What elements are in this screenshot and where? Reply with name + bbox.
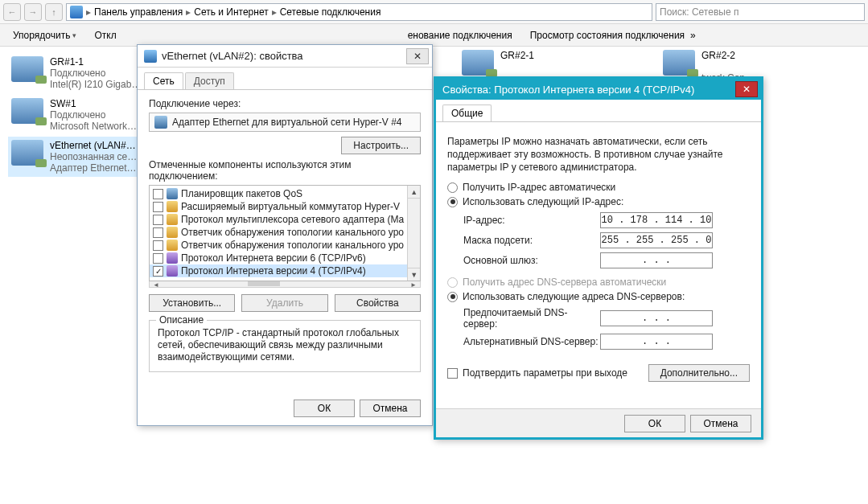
nav-fwd-button[interactable]: →	[24, 3, 42, 21]
component-icon	[167, 265, 178, 277]
components-label: Отмеченные компоненты используются этим …	[149, 159, 421, 182]
checkbox-icon[interactable]	[153, 227, 163, 238]
subnet-mask-label: Маска подсети:	[463, 235, 600, 246]
component-icon	[167, 240, 178, 251]
component-label: Планировщик пакетов QoS	[181, 188, 302, 199]
component-icon	[167, 252, 178, 264]
checkbox-icon	[447, 368, 458, 379]
scroll-up-icon[interactable]: ▲	[408, 186, 420, 199]
scroll-down-icon[interactable]: ▼	[408, 268, 420, 281]
adapter-field: Адаптер Ethernet для виртуальной сети Hy…	[149, 113, 421, 132]
network-adapter-icon	[462, 50, 494, 76]
component-row[interactable]: Протокол Интернета версии 6 (TCP/IPv6)	[150, 252, 407, 264]
adapter-icon	[154, 116, 167, 129]
tabs: Сеть Доступ	[138, 68, 432, 90]
properties-button[interactable]: Свойства	[335, 294, 421, 312]
checkbox-icon[interactable]	[153, 266, 163, 277]
close-button[interactable]: ✕	[735, 81, 758, 97]
uninstall-button: Удалить	[241, 294, 327, 312]
component-label: Протокол Интернета версии 4 (TCP/IPv4)	[181, 265, 366, 277]
radio-icon	[447, 182, 458, 193]
tab-general[interactable]: Общие	[442, 104, 492, 121]
connection-status: Неопознанная се…	[50, 151, 137, 162]
alt-dns-input[interactable]: . . .	[600, 334, 713, 350]
configure-button[interactable]: Настроить...	[341, 137, 421, 154]
tab-network[interactable]: Сеть	[144, 72, 183, 89]
toolbar-disable[interactable]: Откл	[88, 28, 122, 43]
search-placeholder: Поиск: Сетевые п	[660, 6, 738, 18]
component-row[interactable]: Протокол мультиплексора сетевого адаптер…	[150, 213, 407, 226]
scrollbar[interactable]: ▲ ▼	[407, 186, 420, 281]
control-panel-icon	[70, 6, 83, 18]
toolbar-status[interactable]: Просмотр состояния подключения»	[524, 28, 702, 43]
ok-button[interactable]: ОК	[624, 415, 685, 432]
breadcrumb[interactable]: ▸ Панель управления ▸ Сеть и Интернет ▸ …	[66, 3, 652, 21]
component-row[interactable]: Протокол Интернета версии 4 (TCP/IPv4)	[150, 264, 407, 277]
connection-name: GR#1-1	[50, 56, 141, 68]
component-row[interactable]: Ответчик обнаружения топологии канальног…	[150, 226, 407, 239]
checkbox-icon[interactable]	[153, 215, 163, 225]
component-row[interactable]: Планировщик пакетов QoS	[150, 187, 407, 200]
tabs: Общие	[436, 100, 761, 122]
component-label: Расширяемый виртуальный коммутатор Hyper…	[181, 201, 400, 212]
advanced-button[interactable]: Дополнительно...	[648, 364, 750, 382]
ip-address-label: IP-адрес:	[463, 215, 600, 226]
connection-status: Подключено	[50, 68, 141, 79]
nav-up-button[interactable]: ↑	[45, 3, 63, 21]
adapter-properties-dialog: vEthernet (vLAN#2): свойства ✕ Сеть Дост…	[137, 44, 433, 426]
cancel-button[interactable]: Отмена	[360, 400, 421, 417]
validate-on-exit-checkbox[interactable]: Подтвердить параметры при выходе	[447, 367, 627, 379]
network-adapter-icon	[11, 140, 43, 166]
install-button[interactable]: Установить...	[149, 294, 235, 312]
search-input[interactable]: Поиск: Сетевые п	[656, 3, 865, 21]
radio-icon	[447, 277, 458, 288]
checkbox-icon[interactable]	[153, 253, 163, 264]
connection-adapter: Адаптер Ethernet…	[50, 162, 137, 174]
ipv4-properties-dialog: Свойства: Протокол Интернета версии 4 (T…	[434, 76, 763, 440]
toolbar-organize[interactable]: Упорядочить▾	[6, 28, 83, 43]
cancel-button[interactable]: Отмена	[690, 415, 751, 432]
nav-back-button[interactable]: ←	[3, 3, 21, 21]
checkbox-icon[interactable]	[153, 202, 163, 212]
ok-button[interactable]: ОК	[294, 400, 355, 417]
breadcrumb-part[interactable]: Сеть и Интернет	[194, 6, 268, 18]
connection-adapter: Intel(R) I210 Gigab…	[50, 79, 141, 90]
component-row[interactable]: Расширяемый виртуальный коммутатор Hyper…	[150, 200, 407, 213]
breadcrumb-part[interactable]: Панель управления	[94, 6, 183, 18]
ip-address-input[interactable]: 10 . 178 . 114 . 10	[600, 212, 713, 228]
tab-access[interactable]: Доступ	[185, 72, 234, 89]
subnet-mask-input[interactable]: 255 . 255 . 255 . 0	[600, 232, 713, 248]
radio-ip-manual[interactable]: Использовать следующий IP-адрес:	[447, 196, 750, 207]
dialog-titlebar[interactable]: Свойства: Протокол Интернета версии 4 (T…	[436, 79, 761, 100]
connection-name: vEthernet (vLAN#…	[50, 140, 137, 151]
component-label: Протокол мультиплексора сетевого адаптер…	[181, 214, 404, 225]
radio-ip-auto[interactable]: Получить IP-адрес автоматически	[447, 182, 750, 193]
horizontal-scrollbar[interactable]: ◄►	[149, 281, 421, 288]
preferred-dns-input[interactable]: . . .	[600, 310, 713, 326]
radio-icon	[447, 197, 458, 207]
component-label: Ответчик обнаружения топологии канальног…	[181, 240, 404, 251]
dialog-titlebar[interactable]: vEthernet (vLAN#2): свойства ✕	[138, 45, 432, 68]
checkbox-icon[interactable]	[153, 189, 163, 199]
component-icon	[167, 227, 178, 238]
network-adapter-icon	[663, 50, 695, 76]
checkbox-icon[interactable]	[153, 240, 163, 251]
component-icon	[167, 201, 178, 212]
toolbar: Упорядочить▾ Откл енование подключения П…	[0, 24, 868, 47]
connection-item[interactable]: GR#2-1	[459, 47, 644, 79]
breadcrumb-part[interactable]: Сетевые подключения	[280, 6, 381, 18]
dialog-title: vEthernet (vLAN#2): свойства	[162, 50, 303, 62]
component-icon	[167, 214, 178, 225]
radio-dns-manual[interactable]: Использовать следующие адреса DNS-сервер…	[447, 291, 750, 302]
gateway-input[interactable]: . . .	[600, 252, 713, 268]
preferred-dns-label: Предпочитаемый DNS-сервер:	[463, 307, 600, 330]
adapter-name: Адаптер Ethernet для виртуальной сети Hy…	[172, 117, 402, 128]
component-row[interactable]: Ответчик обнаружения топологии канальног…	[150, 239, 407, 252]
connection-name: SW#1	[50, 98, 137, 109]
radio-icon	[447, 292, 458, 302]
connection-name: GR#2-2	[701, 50, 755, 61]
component-label: Протокол Интернета версии 6 (TCP/IPv6)	[181, 252, 366, 264]
network-adapter-icon	[11, 98, 43, 124]
toolbar-rename[interactable]: енование подключения	[401, 28, 519, 43]
close-button[interactable]: ✕	[406, 48, 429, 64]
